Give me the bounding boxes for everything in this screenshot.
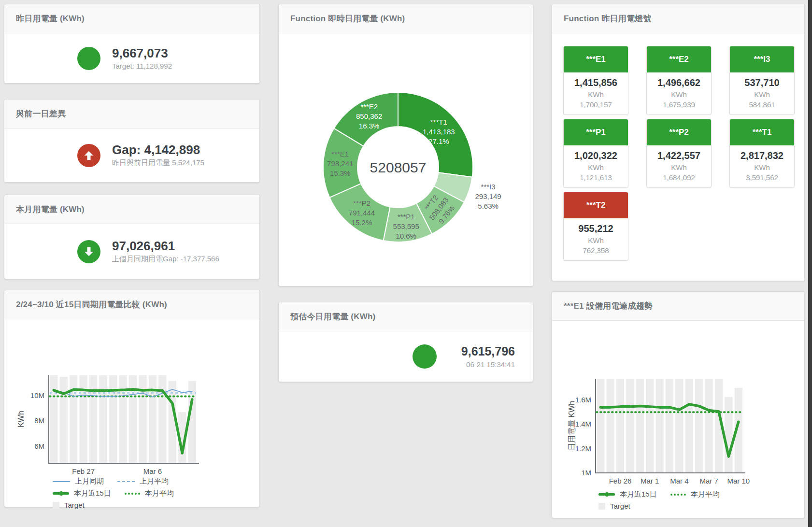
y-tick-label: 10M [30,391,44,399]
tile-value: 537,710 [732,77,792,88]
panel-compare-chart: 2/24~3/10 近15日同期用電量比較 (KWh) 6M8M10MKWhFe… [4,290,260,507]
stat-value: Gap: 4,142,898 [112,143,204,157]
legend-dot-icon [605,492,609,497]
target-bar [705,379,712,473]
target-bar [597,379,604,473]
target-bar [636,379,644,473]
tile-unit: KWh [649,163,709,171]
panel-header: 昨日用電量 (KWh) [4,4,259,33]
tile-unit: KWh [732,90,792,99]
donut-slice-label: ***I3293,1495.63% [475,183,501,210]
device-tile: ***E21,496,662KWh1,675,939 [646,46,712,115]
stat-subtitle: Target: 11,128,992 [112,62,172,70]
legend-item[interactable]: 本月平均 [670,490,720,499]
tile-status-header: ***E2 [647,46,711,72]
arrow-down-icon [77,240,100,263]
status-circle-green-icon [77,47,100,70]
panel-header: 本月用電量 (KWh) [4,195,259,224]
panel-title: 與前一日差異 [16,108,66,119]
tile-target: 1,684,092 [649,173,709,182]
scrollbar[interactable] [808,0,812,527]
device-tile: ***P21,422,557KWh1,684,092 [646,119,712,188]
legend-dot-icon [59,491,63,496]
legend-item[interactable]: 上月平均 [117,477,169,486]
x-tick-label: Feb 26 [609,477,632,485]
target-bar [79,375,87,463]
legend-row: Target [598,502,720,510]
target-bar [99,375,107,463]
target-bar [158,375,166,463]
tile-unit: KWh [732,163,792,171]
device-tile: ***P11,020,322KWh1,121,613 [563,119,628,188]
y-tick-label: 6M [34,442,44,450]
tile-body: 537,710KWh584,861 [730,72,794,114]
tile-target: 1,700,157 [566,100,626,109]
panel-status-lights: Function 昨日用電燈號 ***E11,415,856KWh1,700,1… [552,4,805,281]
y-tick-label: 1.2M [575,444,591,453]
stat-value: 9,667,073 [112,46,172,60]
legend-label: 本月平均 [691,490,720,499]
legend-label: 上月同期 [75,477,104,486]
compare-legend: 上月同期上月平均本月近15日本月平均Target [53,477,174,509]
stat-text: 97,026,961 上個月同期用電Gap: -17,377,566 [112,239,219,264]
panel-e1-trend-chart: ***E1 設備用電達成趨勢 1M1.2M1.4M1.6M日用電量 KWhFeb… [552,291,805,518]
stat-body: 9,667,073 Target: 11,128,992 [4,33,259,83]
dashboard: { "colors": { "green": "#2f9e33", "red":… [0,0,812,527]
legend-item[interactable]: 本月平均 [125,489,174,498]
panel-day-gap: 與前一日差異 Gap: 4,142,898 昨日與前日用電量 5,524,175 [4,99,260,183]
y-axis-title: KWh [17,411,25,427]
legend-item[interactable]: Target [53,501,85,509]
legend-dashed-icon [117,481,135,482]
tile-body: 1,415,856KWh1,700,157 [564,72,628,114]
arrow-up-icon [77,144,100,167]
legend-item[interactable]: 本月近15日 [53,489,111,498]
x-tick-label: Mar 7 [699,477,718,485]
panel-title: 預估今日用電量 (KWh) [290,311,375,322]
target-bar [50,375,57,463]
target-bar [89,375,97,463]
stat-body: Gap: 4,142,898 昨日與前日用電量 5,524,175 [4,128,259,182]
target-bar [616,379,624,473]
tile-status-header: ***P2 [647,119,711,145]
legend-box-icon [53,502,59,509]
trend-chart: 1M1.2M1.4M1.6M日用電量 KWhFeb 26Mar 1Mar 4Ma… [552,292,804,518]
tile-unit: KWh [649,90,709,99]
tile-unit: KWh [566,236,626,244]
tile-unit: KWh [566,163,626,171]
tile-status-header: ***I3 [730,46,794,72]
y-tick-label: 1.6M [575,396,591,404]
tile-target: 1,121,613 [566,173,626,182]
legend-row: 本月近15日本月平均 [598,490,720,499]
target-bar [606,379,614,473]
y-tick-label: 1M [581,469,591,477]
target-bar [675,379,683,473]
panel-header: 與前一日差異 [4,100,259,128]
device-tiles-grid: ***E11,415,856KWh1,700,157***E21,496,662… [563,46,795,261]
legend-item[interactable]: 本月近15日 [598,490,657,499]
tile-status-header: ***P1 [564,119,628,145]
device-tile: ***E11,415,856KWh1,700,157 [563,46,628,115]
panel-title: 昨日用電量 (KWh) [16,13,85,24]
trend-legend: 本月近15日本月平均Target [598,490,720,510]
tile-value: 1,422,557 [649,150,709,161]
legend-item[interactable]: Target [598,502,630,510]
status-circle-green-icon [413,344,437,369]
tile-body: 2,817,832KWh3,591,562 [730,145,794,187]
stat-subtitle: 上個月同期用電Gap: -17,377,566 [112,255,219,264]
compare-chart: 6M8M10MKWhFeb 27Mar 6 [4,290,259,507]
legend-row: 本月近15日本月平均 [53,489,174,498]
legend-item[interactable]: 上月同期 [53,477,104,486]
tile-value: 955,212 [566,223,626,234]
tile-target: 3,591,562 [732,173,792,182]
x-tick-label: Feb 27 [72,467,95,475]
tile-body: 1,020,322KWh1,121,613 [564,145,628,187]
target-bar [646,379,654,473]
panel-header: Function 昨日用電燈號 [552,4,804,33]
stat-body: 97,026,961 上個月同期用電Gap: -17,377,566 [4,224,259,279]
target-bar [60,377,68,463]
tile-value: 2,817,832 [732,150,792,161]
legend-label: Target [610,502,630,510]
legend-label: 本月近15日 [620,490,657,499]
target-bar [109,375,117,463]
donut-center-value: 5208057 [370,159,427,175]
